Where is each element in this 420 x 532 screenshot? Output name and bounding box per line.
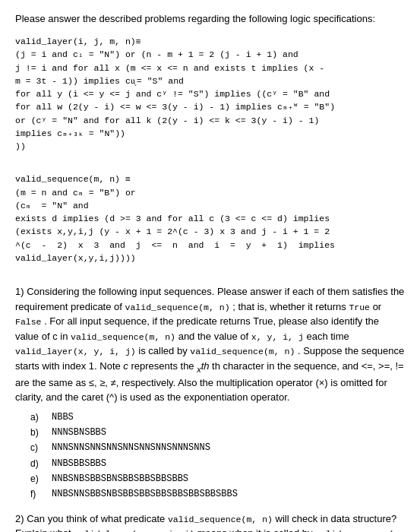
question1-false: False — [15, 317, 42, 327]
list-item: d) NNBSBBSBBS — [30, 456, 405, 471]
answer-value-e: NNBSNBSBBSBNSBBSBBSBBSBBS — [52, 471, 188, 486]
question2-code1: valid_sequence(m, n) — [168, 515, 273, 524]
question1-code3: x, y, i, j — [251, 332, 304, 342]
question1-code5: valid_sequence(m, n) — [190, 347, 295, 356]
list-item: b) NNNSBNSBBS — [30, 425, 405, 440]
question1-body2-text: and the value of — [178, 331, 249, 342]
question1-body4-text: is called by — [138, 345, 187, 356]
intro-text: Please answer the described problems reg… — [15, 12, 405, 26]
question1-body3-text: each time — [306, 331, 349, 342]
answer-label-f: f) — [30, 486, 46, 502]
answer-label-b: b) — [30, 425, 46, 440]
question1-block: 1) Considering the following input seque… — [15, 284, 405, 502]
question1-body6-text: represents the — [131, 360, 194, 372]
list-item: f) NNBSNNSBBSNBSBBSBBSBBSBBSBBSBBSBBS — [30, 486, 405, 502]
question1-mid: ; that is, whether it returns — [232, 301, 346, 312]
question1-note: c — [123, 360, 128, 372]
answer-value-c: NNNSNNSNNSNNSNNSNNSNNSNNNSNNS — [52, 440, 210, 455]
answer-label-a: a) — [30, 410, 46, 425]
answer-list: a) NBBS b) NNNSBNSBBS c) NNNSNNSNNSNNSNN… — [15, 410, 405, 502]
question1-code4: valid_layer(x, y, i, j) — [15, 347, 136, 356]
question1-true: True — [349, 302, 370, 312]
answer-label-e: e) — [30, 471, 46, 486]
question2-body-text: means when it is called by — [197, 527, 313, 532]
answer-value-a: NBBS — [52, 410, 74, 425]
answer-value-b: NNNSBNSBBS — [52, 425, 106, 440]
valid-layer-code: valid_layer(i, j, m, n)≡ (j = i and cᵢ =… — [15, 35, 405, 153]
question2-block: 2) Can you think of what predicate valid… — [15, 511, 405, 532]
question1-text: 1) Considering the following input seque… — [15, 284, 405, 404]
list-item: e) NNBSNBSBBSBNSBBSBBSBBSBBS — [30, 471, 405, 486]
answer-label-d: d) — [30, 456, 46, 471]
question1-xth: xth — [197, 360, 209, 372]
list-item: c) NNNSNNSNNSNNSNNSNNSNNSNNNSNNS — [30, 440, 405, 455]
answer-value-f: NNBSNNSBBSNBSBBSBBSBBSBBSBBSBBSBBS — [52, 486, 238, 502]
question2-prefix: 2) Can you think of what predicate — [15, 513, 165, 524]
answer-label-c: c) — [30, 440, 46, 455]
question1-or-text: or — [373, 301, 382, 312]
question1-code1: valid_sequence(m, n) — [125, 302, 230, 312]
question2-code2: valid_layer(x, y, i, j) — [74, 529, 194, 532]
answer-value-d: NNBSBBSBBS — [52, 456, 106, 471]
question1-code2: valid_sequence(m, n) — [71, 332, 175, 342]
valid-sequence-code: valid_sequence(m, n) ≡ (m = n and cₘ = "… — [15, 173, 405, 264]
list-item: a) NBBS — [30, 410, 405, 425]
